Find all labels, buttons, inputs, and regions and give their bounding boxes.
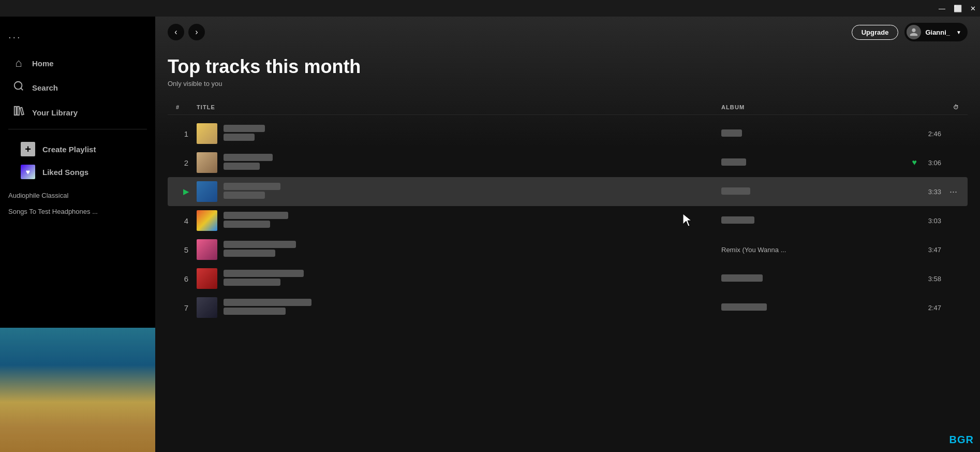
track-text-4 [224,212,288,229]
track-duration-4: 3:03 [923,217,941,225]
back-button[interactable]: ‹ [168,24,184,40]
create-playlist-button[interactable]: + Create Playlist [17,138,139,161]
track-text-6 [224,270,304,287]
sidebar: ··· ⌂ Home Search [0,17,155,452]
track-text-7 [224,299,311,316]
track-table: # TITLE ALBUM ⏱ 1 ♡ 2:46 ··· 2 [168,100,968,322]
track-album-3 [721,187,928,196]
track-album-7 [721,303,928,312]
track-info-7 [197,297,721,318]
minimize-button[interactable]: — [939,5,945,12]
close-button[interactable]: ✕ [970,5,976,12]
track-duration-7: 2:47 [923,304,941,312]
track-info-1 [197,123,721,144]
svg-rect-2 [14,107,17,115]
track-info-2 [197,152,721,173]
page-subtitle: Only visible to you [168,80,968,88]
track-rows: 1 ♡ 2:46 ··· 2 ♥ 3:06 ··· [168,119,968,322]
home-icon: ⌂ [12,56,25,70]
track-duration-cell-4: ♡ 3:03 ··· [928,215,959,226]
track-info-5 [197,239,721,260]
bgr-watermark: BGR [949,434,974,446]
page-content: Top tracks this month Only visible to yo… [155,48,980,452]
track-artist-6 [224,279,304,287]
forward-button[interactable]: › [188,24,205,40]
track-name-3 [224,183,280,192]
liked-songs-label: Liked Songs [42,168,88,177]
sidebar-nav: ⌂ Home Search [8,51,147,125]
track-duration-cell-6: ♡ 3:58 ··· [928,273,959,284]
svg-line-1 [21,88,23,90]
liked-songs-button[interactable]: ♥ Liked Songs [17,161,139,183]
track-row-4[interactable]: 4 ♡ 3:03 ··· [168,206,968,235]
track-row-5[interactable]: 5 Remix (You Wanna ... ♡ 3:47 ··· [168,235,968,264]
sidebar-item-search-label: Search [32,83,58,92]
track-row-3[interactable]: ▶ ♡ 3:33 ··· [168,177,968,206]
track-name-6 [224,270,304,279]
svg-rect-4 [20,108,24,115]
sidebar-item-search[interactable]: Search [8,75,147,100]
app-body: ··· ⌂ Home Search [0,17,980,452]
track-duration-cell-5: ♡ 3:47 ··· [928,244,959,255]
track-number-1: 1 [176,129,197,138]
track-row-2[interactable]: 2 ♥ 3:06 ··· [168,148,968,177]
track-thumbnail-4 [197,210,217,231]
track-artist-2 [224,163,273,171]
track-album-5: Remix (You Wanna ... [721,246,928,254]
liked-songs-icon: ♥ [21,165,35,179]
track-album-6 [721,274,928,283]
menu-dots[interactable]: ··· [8,27,147,51]
library-item-0[interactable]: Audiophile Classical [8,187,147,203]
upgrade-button[interactable]: Upgrade [852,25,899,40]
track-album-1 [721,129,928,138]
track-text-1 [224,125,265,142]
track-thumbnail-3 [197,181,217,202]
sidebar-item-library-label: Your Library [32,108,78,117]
track-number-2: 2 [176,158,197,167]
main-content: ‹ › Upgrade Gianni_ ▼ Top track [155,17,980,452]
track-text-3 [224,183,280,200]
track-album-4 [721,216,928,225]
maximize-button[interactable]: ⬜ [954,5,962,12]
track-number-3: ▶ [176,187,197,196]
svg-rect-3 [17,107,19,115]
user-name: Gianni_ [925,28,950,36]
table-header: # TITLE ALBUM ⏱ [168,100,968,115]
sidebar-top: ··· ⌂ Home Search [0,17,155,183]
track-row-7[interactable]: 7 ♡ 2:47 ··· [168,293,968,322]
liked-icon-2[interactable]: ♥ [912,158,917,167]
search-icon [12,80,25,95]
sidebar-item-home[interactable]: ⌂ Home [8,51,147,75]
user-profile[interactable]: Gianni_ ▼ [904,23,968,41]
create-playlist-icon: + [21,142,35,156]
track-text-2 [224,154,273,171]
track-info-3 [197,181,721,202]
track-duration-6: 3:58 [923,275,941,283]
library-icon [12,105,25,120]
sidebar-album-art [0,328,155,452]
dropdown-arrow-icon: ▼ [956,30,961,35]
track-duration-2: 3:06 [923,159,941,167]
track-duration-5: 3:47 [923,246,941,254]
track-duration-3: 3:33 [923,188,941,196]
track-duration-cell-2: ♥ 3:06 ··· [928,157,959,168]
sidebar-item-library[interactable]: Your Library [8,100,147,125]
nav-arrows: ‹ › [168,24,205,40]
track-name-1 [224,125,265,134]
track-album-2 [721,158,928,167]
track-thumbnail-1 [197,123,217,144]
track-artist-4 [224,221,288,229]
track-artist-5 [224,250,296,258]
more-options-button-3[interactable]: ··· [947,186,959,197]
track-name-4 [224,212,288,221]
track-thumbnail-2 [197,152,217,173]
col-duration-header: ⏱ [928,104,959,110]
top-bar: ‹ › Upgrade Gianni_ ▼ [155,17,980,48]
track-duration-cell-7: ♡ 2:47 ··· [928,302,959,313]
track-text-5 [224,241,296,258]
track-row-1[interactable]: 1 ♡ 2:46 ··· [168,119,968,148]
library-item-1[interactable]: Songs To Test Headphones ... [8,203,147,220]
page-title: Top tracks this month [168,56,968,78]
track-row-6[interactable]: 6 ♡ 3:58 ··· [168,264,968,293]
track-thumbnail-7 [197,297,217,318]
